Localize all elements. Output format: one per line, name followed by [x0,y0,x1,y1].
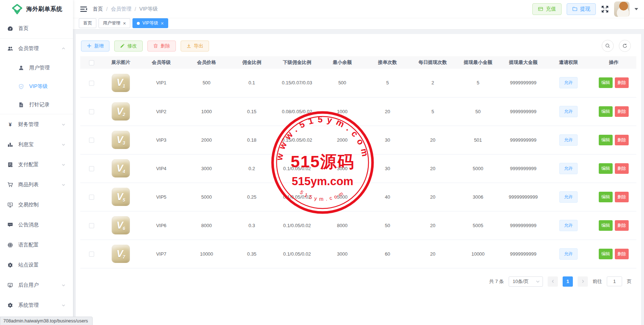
edit-button[interactable]: 编辑 [599,192,613,202]
top-navbar: 首页 / 会员管理 / VIP等级 充值 提现 [73,0,644,18]
close-icon[interactable]: × [161,21,164,26]
page-number-button[interactable]: 1 [563,276,573,287]
sidebar-menu: 首页会员管理用户管理VIP等级打针记录¥财务管理利息宝支付配置商品列表交易控制公… [0,18,73,315]
delete-button[interactable]: 删除 [615,192,629,202]
sidebar-item-12[interactable]: 站点设置 [0,255,73,275]
cell-orders: 40 [385,194,390,200]
row-checkbox[interactable] [89,223,94,228]
delete-button-toolbar[interactable]: 删除 [147,41,176,51]
sidebar-item-5[interactable]: ¥财务管理 [0,114,73,134]
goto-page-input[interactable] [607,276,622,286]
delete-button[interactable]: 删除 [615,106,629,117]
cell-daily_withdrawals: 20 [430,223,435,228]
row-checkbox[interactable] [89,81,94,86]
delete-button[interactable]: 删除 [615,249,629,259]
edit-button[interactable]: 编辑 [599,135,613,145]
cell-orders: 50 [385,223,390,228]
tab-label: 首页 [83,20,92,26]
add-button[interactable]: 新增 [81,41,109,51]
sidebar-item-11[interactable]: 语言配置 [0,235,73,255]
active-tab-dot [137,22,140,25]
modify-button[interactable]: 修改 [114,41,143,51]
column-header: 提现最小金额 [464,60,492,65]
withdraw-label: 提现 [580,6,590,12]
sidebar-item-13[interactable]: 后台用户 [0,275,73,295]
cell-price: 500 [203,80,211,85]
sidebar: 海外刷单系统 首页会员管理用户管理VIP等级打针记录¥财务管理利息宝支付配置商品… [0,0,73,325]
cell-min_withdraw: 10000 [471,251,485,257]
table-row: V6VIP680000.30.1/0.05/0.0280005020500599… [80,211,636,240]
next-page-button[interactable] [578,276,588,287]
tab-bar: 首页用户管理×VIP等级× [73,18,644,30]
row-checkbox[interactable] [89,166,94,171]
table-row: V1VIP15000.10.15/0.07/0.0350052599999999… [80,69,636,97]
invite-allow-button[interactable]: 允许 [559,163,578,174]
fullscreen-icon[interactable] [601,5,609,13]
column-header: 展示图片 [111,60,130,65]
edit-button[interactable]: 编辑 [599,249,613,259]
sidebar-item-label: VIP等级 [29,83,48,90]
withdraw-button[interactable]: 提现 [567,3,596,15]
tab-2[interactable]: VIP等级× [132,18,168,28]
cell-daily_withdrawals: 20 [430,251,435,257]
chevron-down-icon [61,142,66,147]
prev-page-button[interactable] [548,276,558,287]
invite-allow-button[interactable]: 允许 [559,134,578,146]
delete-button[interactable]: 删除 [615,77,629,88]
sidebar-item-8[interactable]: 商品列表 [0,175,73,195]
sidebar-item-2[interactable]: 用户管理 [0,58,73,77]
row-checkbox[interactable] [89,195,94,200]
invite-allow-button[interactable]: 允许 [559,220,578,231]
edit-button[interactable]: 编辑 [599,77,613,88]
sidebar-item-6[interactable]: 利息宝 [0,134,73,154]
invite-allow-button[interactable]: 允许 [559,77,578,88]
tab-label: 用户管理 [103,20,120,26]
chevron-up-icon [61,46,66,51]
table-row: V3VIP320000.180.15/0.05/0.02200030205019… [80,126,636,154]
invite-allow-button[interactable]: 允许 [559,248,578,260]
tab-0[interactable]: 首页 [79,18,96,28]
sidebar-item-label: 交易控制 [18,202,39,208]
vip-badge-number: 3 [123,141,125,146]
invite-allow-button[interactable]: 允许 [559,191,578,203]
row-checkbox[interactable] [89,252,94,257]
breadcrumb-member[interactable]: 会员管理 [111,6,131,12]
tab-1[interactable]: 用户管理× [99,18,130,28]
recharge-button[interactable]: 充值 [532,3,562,15]
document-icon [18,102,24,108]
delete-button[interactable]: 删除 [615,220,629,231]
column-header: 每日提现次数 [419,60,447,65]
user-avatar[interactable] [614,1,629,17]
menu-fold-icon[interactable] [80,5,88,13]
delete-button[interactable]: 删除 [615,163,629,174]
close-icon[interactable]: × [123,21,126,26]
delete-button[interactable]: 删除 [615,135,629,145]
breadcrumb-home[interactable]: 首页 [93,6,103,12]
sidebar-item-0[interactable]: 首页 [0,18,73,38]
edit-button[interactable]: 编辑 [599,163,613,174]
edit-button[interactable]: 编辑 [599,220,613,231]
sidebar-item-7[interactable]: 支付配置 [0,154,73,175]
sidebar-item-14[interactable]: 系统管理 [0,295,73,315]
row-checkbox[interactable] [89,138,94,143]
caret-down-icon[interactable] [635,8,638,10]
export-button[interactable]: 导出 [181,41,209,51]
refresh-button[interactable] [619,40,631,52]
search-button[interactable] [602,40,614,52]
cell-commission: 0.3 [248,223,255,228]
sidebar-item-1[interactable]: 会员管理 [0,38,73,58]
cell-sub_commission: 0.1/0.05/0.02 [283,166,311,171]
sidebar-item-10[interactable]: 公告消息 [0,215,73,235]
page-size-select[interactable]: 10条/页 [509,276,543,287]
delete-button-label: 删除 [161,43,170,49]
sidebar-item-4[interactable]: 打针记录 [0,96,73,114]
sidebar-item-9[interactable]: 交易控制 [0,195,73,215]
invite-allow-button[interactable]: 允许 [559,106,578,117]
select-all-checkbox[interactable] [89,60,94,65]
sidebar-item-3[interactable]: VIP等级 [0,77,73,96]
cell-daily_withdrawals: 2 [431,80,434,85]
cell-commission: 0.18 [247,137,256,143]
cell-min_withdraw: 50 [475,109,481,114]
edit-button[interactable]: 编辑 [599,106,613,117]
row-checkbox[interactable] [89,109,94,114]
